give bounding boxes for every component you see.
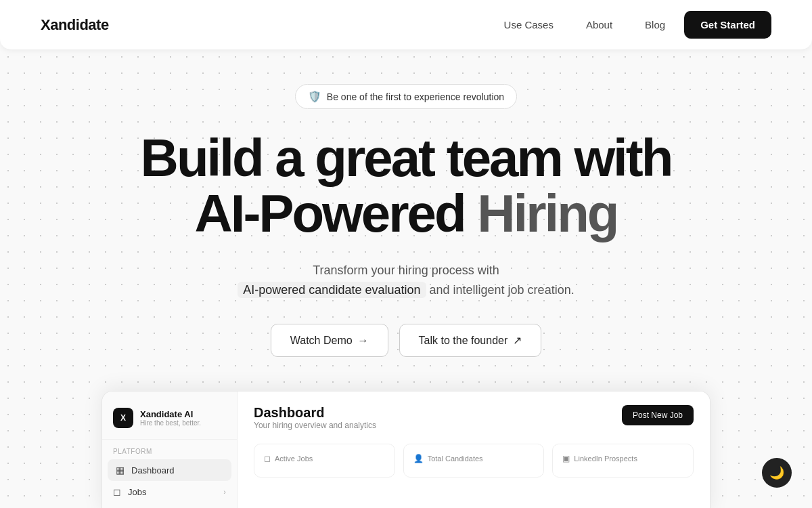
nav-use-cases[interactable]: Use Cases (491, 12, 567, 37)
hero-subtitle: Transform your hiring process with AI-po… (238, 261, 574, 300)
total-candidates-label: 👤 Total Candidates (413, 454, 535, 463)
dashboard-header-row: Dashboard Your hiring overview and analy… (254, 405, 694, 441)
subtitle-highlight: AI-powered candidate evaluation (238, 282, 426, 298)
sidebar-logo-icon: X (113, 408, 133, 428)
sidebar-logo-tagline: Hire the best, better. (140, 419, 201, 427)
jobs-icon: ◻ (113, 486, 121, 497)
active-jobs-label: ◻ Active Jobs (264, 454, 385, 463)
stat-card-active-jobs: ◻ Active Jobs (254, 444, 395, 478)
active-jobs-icon: ◻ (264, 454, 271, 463)
preview-main: Dashboard Your hiring overview and analy… (238, 391, 710, 508)
badge-text: Be one of the first to experience revolu… (327, 91, 504, 102)
hero-title-accent: Hiring (477, 184, 617, 243)
stats-row: ◻ Active Jobs 👤 Total Candidates ▣ Linke… (254, 444, 694, 478)
badge-icon: 🛡️ (308, 90, 321, 103)
hero-title-line2-plain: AI-Powered (194, 184, 464, 243)
sidebar-section-label: Platform (102, 448, 237, 455)
dashboard-title: Dashboard (254, 405, 376, 421)
stat-card-linkedin-prospects: ▣ LinkedIn Prospects (552, 444, 694, 478)
subtitle-plain2: and intelligent job creation. (430, 283, 574, 297)
talk-to-founder-label: Talk to the founder (419, 335, 508, 347)
sidebar-logo-area: X Xandidate AI Hire the best, better. (102, 402, 237, 440)
dashboard-icon: ▦ (116, 465, 125, 475)
dashboard-subtitle: Your hiring overview and analytics (254, 421, 376, 430)
watch-demo-icon: → (358, 335, 369, 347)
sidebar-logo-name: Xandidate AI (140, 409, 201, 419)
dark-mode-toggle[interactable]: 🌙 (762, 458, 792, 488)
linkedin-prospects-icon: ▣ (562, 454, 570, 463)
total-candidates-icon: 👤 (413, 454, 424, 463)
post-new-job-button[interactable]: Post New Job (622, 405, 694, 425)
sidebar-logo-text: Xandidate AI Hire the best, better. (140, 409, 201, 427)
linkedin-prospects-label: ▣ LinkedIn Prospects (562, 454, 683, 463)
jobs-arrow-icon: › (223, 488, 226, 496)
dashboard-header-text: Dashboard Your hiring overview and analy… (254, 405, 376, 441)
get-started-button[interactable]: Get Started (684, 11, 771, 39)
preview-sidebar: X Xandidate AI Hire the best, better. Pl… (102, 391, 238, 508)
watch-demo-label: Watch Demo (290, 335, 353, 347)
sidebar-item-dashboard[interactable]: ▦ Dashboard (108, 459, 231, 481)
hero-section: 🛡️ Be one of the first to experience rev… (0, 50, 812, 391)
nav-blog[interactable]: Blog (631, 12, 679, 37)
watch-demo-button[interactable]: Watch Demo → (271, 324, 388, 357)
sidebar-item-dashboard-label: Dashboard (131, 465, 175, 475)
subtitle-plain1: Transform your hiring process with (313, 263, 499, 277)
nav: Use Cases About Blog Get Started (491, 11, 771, 39)
hero-title: Build a great team with AI-Powered Hirin… (141, 131, 672, 242)
sidebar-item-jobs-label: Jobs (128, 487, 146, 497)
talk-to-founder-button[interactable]: Talk to the founder ↗ (399, 324, 542, 357)
preview-container: X Xandidate AI Hire the best, better. Pl… (102, 391, 710, 508)
logo[interactable]: Xandidate (41, 16, 109, 34)
header: Xandidate Use Cases About Blog Get Start… (0, 0, 812, 50)
dark-mode-icon: 🌙 (769, 465, 784, 480)
talk-to-founder-icon: ↗ (513, 334, 522, 347)
nav-about[interactable]: About (572, 12, 626, 37)
dashboard-preview: X Xandidate AI Hire the best, better. Pl… (0, 391, 812, 508)
hero-badge[interactable]: 🛡️ Be one of the first to experience rev… (295, 84, 517, 109)
hero-title-line1: Build a great team with (141, 128, 672, 188)
sidebar-item-jobs[interactable]: ◻ Jobs › (102, 481, 237, 503)
hero-buttons: Watch Demo → Talk to the founder ↗ (271, 324, 542, 357)
stat-card-total-candidates: 👤 Total Candidates (403, 444, 545, 478)
